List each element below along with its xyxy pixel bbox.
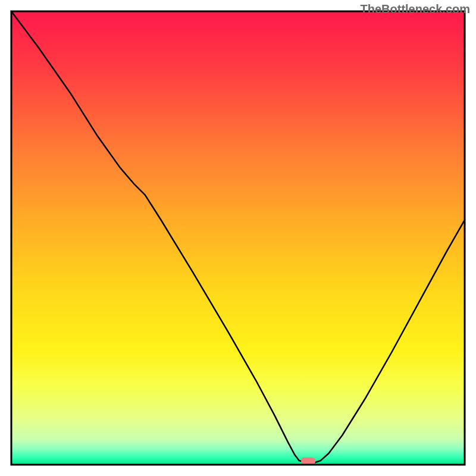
bottleneck-chart [0, 0, 476, 476]
optimal-marker [301, 458, 315, 465]
watermark-text: TheBottleneck.com [361, 2, 470, 16]
chart-background [11, 11, 465, 465]
